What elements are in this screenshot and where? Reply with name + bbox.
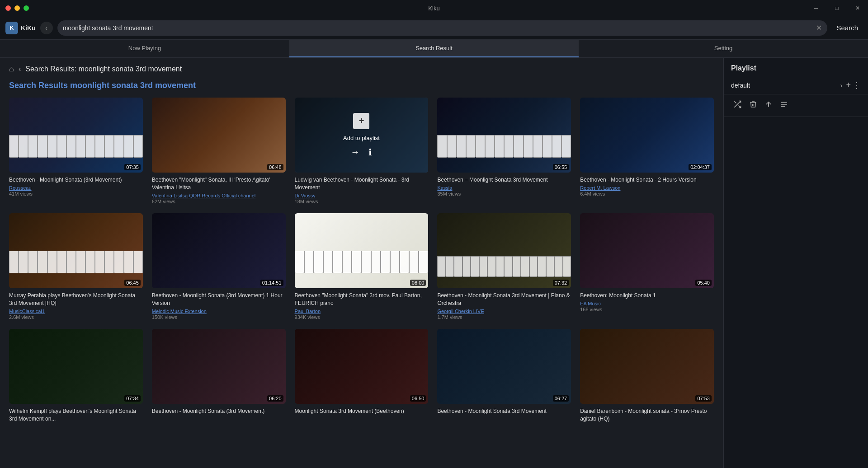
tab-now-playing[interactable]: Now Playing (0, 40, 289, 57)
close-button[interactable]: ✕ (847, 0, 868, 16)
video-title: Beethoven - Moonlight Sonata (3rd Moveme… (152, 292, 286, 307)
add-playlist-button[interactable]: + (846, 80, 851, 90)
video-duration: 05:40 (695, 280, 712, 286)
restore-button[interactable]: □ (826, 0, 847, 16)
video-duration: 07:34 (124, 395, 141, 402)
video-thumbnail: 06:50 (295, 329, 429, 404)
video-views: 41M views (9, 191, 143, 197)
video-duration: 06:45 (124, 280, 141, 286)
video-info: Daniel Barenboim - Moonlight sonata - 3°… (580, 407, 714, 423)
close-traffic-light[interactable] (5, 5, 11, 11)
video-duration: 08:00 (410, 280, 426, 286)
tab-search-result[interactable]: Search Result (289, 40, 579, 57)
overlay-icons: → ℹ (350, 147, 372, 158)
sidebar-playlist: Playlist default › + ⋮ (723, 58, 868, 468)
video-duration: 07:32 (553, 280, 569, 286)
shuffle-button[interactable] (731, 98, 744, 113)
video-card[interactable]: 07:34 Wilhelm Kempff plays Beethoven's M… (9, 329, 143, 423)
breadcrumb-title: Search Results: moonlight sonata 3rd mov… (25, 65, 182, 73)
video-title: Beethoven "Moonlight" Sonata, III 'Prest… (152, 176, 286, 192)
video-card[interactable]: 06:55 Beethoven – Moonlight Sonata 3rd M… (437, 98, 571, 204)
video-card[interactable]: 01:14:51 Beethoven - Moonlight Sonata (3… (152, 213, 286, 320)
queue-button[interactable] (778, 98, 790, 112)
search-button[interactable]: Search (832, 21, 863, 34)
minimize-button[interactable]: ─ (806, 0, 826, 16)
sort-button[interactable] (763, 98, 774, 112)
video-thumbnail: + Add to playlist → ℹ (295, 98, 429, 173)
video-duration: 07:35 (124, 164, 141, 170)
minimize-traffic-light[interactable] (14, 5, 20, 11)
video-title: Beethoven - Moonlight Sonata - 2 Hours V… (580, 176, 714, 184)
tabs-row: Now Playing Search Result Setting (0, 40, 868, 58)
video-card[interactable]: 07:32 Beethoven - Moonlight Sonata 3rd M… (437, 213, 571, 320)
sidebar-toolbar (724, 94, 868, 117)
video-card[interactable]: 08:00 Beethoven "Moonlight Sonata" 3rd m… (295, 213, 429, 320)
playlist-chevron-icon[interactable]: › (840, 82, 843, 89)
playlist-row: default › + ⋮ (724, 77, 868, 94)
video-title: Beethoven: Moonlight Sonata 1 (580, 292, 714, 300)
breadcrumb-back-icon[interactable]: ‹ (19, 65, 21, 73)
search-clear-button[interactable]: ✕ (816, 23, 822, 32)
video-channel[interactable]: Valentina Lisitsa QOR Records Official c… (152, 193, 286, 198)
video-duration: 02:04:37 (689, 164, 712, 170)
video-views: 934K views (295, 314, 429, 320)
video-channel[interactable]: Georgii Cherkin LIVE (437, 309, 571, 314)
play-next-icon[interactable]: → (350, 147, 359, 158)
search-bar-row: K KiKu ‹ ✕ Search (0, 16, 868, 40)
video-overlay: + Add to playlist → ℹ (295, 98, 429, 173)
video-channel[interactable]: EA Music (580, 301, 714, 306)
video-info: Wilhelm Kempff plays Beethoven's Moonlig… (9, 407, 143, 423)
video-views: 2.6M views (9, 314, 143, 320)
video-thumbnail: 06:48 (152, 98, 286, 173)
video-card[interactable]: 06:27 Beethoven - Moonlight Sonata 3rd M… (437, 329, 571, 423)
home-icon[interactable]: ⌂ (9, 64, 14, 74)
video-card[interactable]: 05:40 Beethoven: Moonlight Sonata 1 EA M… (580, 213, 714, 320)
video-thumbnail: 05:40 (580, 213, 714, 288)
video-channel[interactable]: MusicClassical1 (9, 309, 143, 314)
maximize-traffic-light[interactable] (24, 5, 29, 11)
video-thumbnail: 08:00 (295, 213, 429, 288)
video-views: 35M views (437, 191, 571, 197)
video-title: Beethoven – Moonlight Sonata 3rd Movemen… (437, 176, 571, 184)
video-title: Ludwig van Beethoven - Moonlight Sonata … (295, 176, 429, 192)
video-title: Murray Perahia plays Beethoven's Moonlig… (9, 292, 143, 307)
video-card[interactable]: + Add to playlist → ℹ Ludwig van Beethov… (295, 98, 429, 204)
video-channel[interactable]: Paul Barton (295, 309, 429, 314)
video-title: Beethoven - Moonlight Sonata (3rd Moveme… (152, 407, 286, 415)
video-channel[interactable]: Rousseau (9, 185, 143, 191)
add-to-playlist-btn[interactable]: + (353, 113, 369, 129)
video-channel[interactable]: Kassia (437, 185, 571, 191)
title-bar: Kiku ─ □ ✕ (0, 0, 868, 16)
info-icon[interactable]: ℹ (368, 147, 372, 158)
video-views: 62M views (152, 199, 286, 204)
video-card[interactable]: 06:48 Beethoven "Moonlight" Sonata, III … (152, 98, 286, 204)
back-button[interactable]: ‹ (40, 22, 53, 34)
video-thumbnail: 02:04:37 (580, 98, 714, 173)
tab-setting[interactable]: Setting (579, 40, 868, 57)
traffic-lights (5, 5, 29, 11)
video-thumbnail: 07:32 (437, 213, 571, 288)
video-card[interactable]: 02:04:37 Beethoven - Moonlight Sonata - … (580, 98, 714, 204)
video-channel[interactable]: Dr.Viossy (295, 193, 429, 198)
video-card[interactable]: 06:20 Beethoven - Moonlight Sonata (3rd … (152, 329, 286, 423)
video-card[interactable]: 07:35 Beethoven - Moonlight Sonata (3rd … (9, 98, 143, 204)
video-card[interactable]: 06:50 Moonlight Sonata 3rd Movement (Bee… (295, 329, 429, 423)
video-duration: 07:53 (695, 395, 712, 402)
video-title: Wilhelm Kempff plays Beethoven's Moonlig… (9, 407, 143, 423)
search-input[interactable] (63, 24, 813, 32)
delete-button[interactable] (747, 98, 759, 112)
content-area: ⌂ ‹ Search Results: moonlight sonata 3rd… (0, 58, 723, 468)
video-title: Beethoven - Moonlight Sonata (3rd Moveme… (9, 176, 143, 184)
video-card[interactable]: 06:45 Murray Perahia plays Beethoven's M… (9, 213, 143, 320)
video-title: Beethoven - Moonlight Sonata 3rd Movemen… (437, 292, 571, 307)
section-heading: Search Results moonlight sonata 3rd move… (0, 77, 723, 98)
video-duration: 06:27 (553, 395, 569, 402)
video-thumbnail: 07:34 (9, 329, 143, 404)
video-channel[interactable]: Melodic Music Extension (152, 309, 286, 314)
more-playlist-button[interactable]: ⋮ (853, 80, 861, 90)
video-info: Murray Perahia plays Beethoven's Moonlig… (9, 292, 143, 320)
overlay-label: Add to playlist (343, 135, 380, 141)
video-info: Beethoven - Moonlight Sonata (3rd Moveme… (152, 292, 286, 320)
video-card[interactable]: 07:53 Daniel Barenboim - Moonlight sonat… (580, 329, 714, 423)
video-channel[interactable]: Robert M. Lawson (580, 185, 714, 191)
